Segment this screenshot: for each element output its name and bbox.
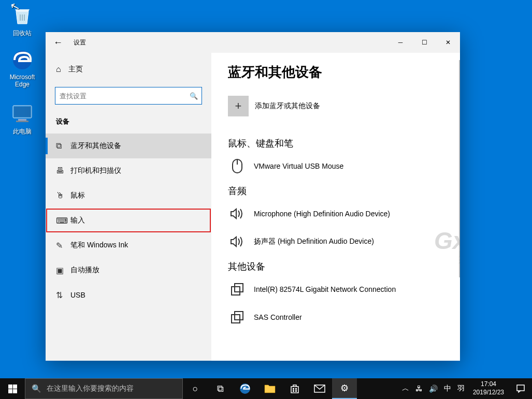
- plus-icon: +: [228, 96, 249, 116]
- sidebar-section-title: 设备: [46, 114, 211, 134]
- nav-bluetooth[interactable]: ⧉ 蓝牙和其他设备: [46, 134, 211, 158]
- svg-rect-10: [235, 312, 243, 320]
- section-title-audio: 音频: [228, 185, 443, 197]
- device-item[interactable]: Intel(R) 82574L Gigabit Network Connecti…: [228, 280, 443, 299]
- back-button[interactable]: ←: [46, 37, 70, 48]
- home-icon: ⌂: [56, 65, 68, 74]
- printer-icon: 🖶: [56, 166, 70, 175]
- taskbar-store[interactable]: [282, 378, 307, 399]
- taskbar-explorer[interactable]: [257, 378, 282, 399]
- taskbar-edge[interactable]: [233, 378, 257, 399]
- device-name: VMware Virtual USB Mouse: [254, 162, 343, 170]
- search-input[interactable]: [55, 92, 186, 100]
- device-item[interactable]: Microphone (High Definition Audio Device…: [228, 204, 443, 223]
- nav-label: 自动播放: [70, 265, 99, 275]
- nav-mouse[interactable]: 🖱 鼠标: [46, 183, 211, 208]
- window-title: 设置: [74, 38, 86, 47]
- desktop-label: 回收站: [3, 29, 41, 38]
- nav-typing[interactable]: ⌨ 输入: [46, 208, 211, 233]
- start-button[interactable]: [0, 378, 25, 399]
- minimize-button[interactable]: ─: [389, 32, 412, 53]
- taskbar: 🔍 在这里输入你要搜索的内容 ○ ⧉ ⚙ ︿ 🖧 🔊 中 羽 17:04 201…: [0, 378, 532, 399]
- taskbar-search-placeholder: 在这里输入你要搜索的内容: [47, 384, 134, 393]
- speaker-icon: [228, 232, 247, 251]
- nav-label: 笔和 Windows Ink: [70, 241, 128, 250]
- usb-icon: ⇅: [56, 290, 70, 300]
- device-name: 扬声器 (High Definition Audio Device): [254, 237, 374, 246]
- maximize-button[interactable]: ☐: [412, 32, 436, 53]
- desktop-icon-recycle-bin[interactable]: 回收站: [3, 3, 41, 38]
- home-link[interactable]: ⌂ 主页: [46, 58, 211, 81]
- taskbar-settings[interactable]: ⚙: [332, 378, 357, 399]
- recycle-bin-icon: [10, 3, 35, 28]
- svg-rect-12: [13, 385, 17, 389]
- svg-rect-9: [232, 315, 240, 323]
- svg-rect-21: [517, 385, 524, 391]
- section-title-mouse-keyboard-pen: 鼠标、键盘和笔: [228, 137, 443, 150]
- device-icon: [228, 280, 247, 299]
- tray-ime-2[interactable]: 羽: [454, 384, 468, 393]
- cortana-button[interactable]: ○: [183, 378, 208, 399]
- speaker-icon: [228, 204, 247, 223]
- taskbar-search[interactable]: 🔍 在这里输入你要搜索的内容: [25, 378, 183, 399]
- tray-volume-icon[interactable]: 🔊: [426, 385, 441, 393]
- device-name: SAS Controller: [254, 313, 302, 321]
- svg-rect-16: [293, 388, 294, 390]
- device-item[interactable]: 扬声器 (High Definition Audio Device): [228, 232, 443, 251]
- tray-date: 2019/12/23: [473, 389, 504, 397]
- svg-rect-7: [232, 287, 240, 295]
- search-icon: 🔍: [186, 92, 202, 100]
- system-tray: ︿ 🖧 🔊 中 羽 17:04 2019/12/23: [399, 378, 532, 399]
- svg-rect-17: [295, 388, 297, 390]
- action-center-button[interactable]: [509, 384, 532, 393]
- desktop-label: Microsoft Edge: [3, 73, 41, 88]
- task-view-button[interactable]: ⧉: [208, 378, 233, 399]
- pc-icon: [10, 101, 35, 126]
- tray-chevron-up-icon[interactable]: ︿: [399, 384, 412, 393]
- nav-label: 输入: [70, 216, 85, 225]
- svg-rect-3: [18, 119, 26, 121]
- page-heading: 蓝牙和其他设备: [228, 63, 443, 81]
- device-item[interactable]: VMware Virtual USB Mouse: [228, 157, 443, 175]
- bluetooth-devices-icon: ⧉: [56, 141, 70, 151]
- mouse-device-icon: [228, 157, 247, 175]
- settings-window: ← 设置 ─ ☐ ✕ ⌂ 主页 🔍 设备 ⧉ 蓝牙和其他设备 🖶 打印机和扫描仪: [46, 32, 460, 361]
- tray-network-icon[interactable]: 🖧: [412, 385, 426, 393]
- tray-clock[interactable]: 17:04 2019/12/23: [468, 380, 509, 396]
- nav-label: 蓝牙和其他设备: [70, 141, 121, 151]
- add-device-button[interactable]: + 添加蓝牙或其他设备: [228, 96, 443, 116]
- add-device-label: 添加蓝牙或其他设备: [255, 101, 320, 111]
- autoplay-icon: ▣: [56, 265, 70, 275]
- tray-time: 17:04: [473, 380, 504, 389]
- taskbar-mail[interactable]: [307, 378, 332, 399]
- sidebar: ⌂ 主页 🔍 设备 ⧉ 蓝牙和其他设备 🖶 打印机和扫描仪 🖱 鼠标 ⌨: [46, 53, 211, 361]
- desktop-icon-this-pc[interactable]: 此电脑: [3, 101, 41, 136]
- nav-label: USB: [70, 291, 85, 299]
- close-button[interactable]: ✕: [436, 32, 460, 53]
- device-icon: [228, 308, 247, 327]
- desktop-icon-edge[interactable]: Microsoft Edge: [3, 48, 41, 88]
- section-title-other: 其他设备: [228, 260, 443, 273]
- home-label: 主页: [68, 65, 83, 74]
- device-name: Microphone (High Definition Audio Device…: [254, 210, 390, 218]
- mouse-icon: 🖱: [56, 191, 70, 200]
- edge-icon: [10, 48, 35, 72]
- svg-rect-19: [295, 390, 297, 392]
- device-item[interactable]: SAS Controller: [228, 308, 443, 327]
- scrollbar[interactable]: [459, 60, 460, 277]
- nav-pen[interactable]: ✎ 笔和 Windows Ink: [46, 233, 211, 258]
- desktop-label: 此电脑: [3, 127, 41, 136]
- tray-ime-1[interactable]: 中: [441, 384, 454, 393]
- nav-autoplay[interactable]: ▣ 自动播放: [46, 258, 211, 283]
- device-name: Intel(R) 82574L Gigabit Network Connecti…: [254, 285, 396, 293]
- svg-rect-4: [16, 121, 28, 122]
- svg-rect-13: [8, 389, 12, 393]
- nav-usb[interactable]: ⇅ USB: [46, 283, 211, 307]
- nav-label: 鼠标: [70, 191, 85, 200]
- search-icon: 🔍: [32, 384, 41, 393]
- search-box[interactable]: 🔍: [55, 87, 202, 105]
- svg-rect-14: [13, 389, 17, 393]
- nav-printers[interactable]: 🖶 打印机和扫描仪: [46, 158, 211, 183]
- svg-rect-8: [235, 284, 243, 292]
- pen-icon: ✎: [56, 241, 70, 250]
